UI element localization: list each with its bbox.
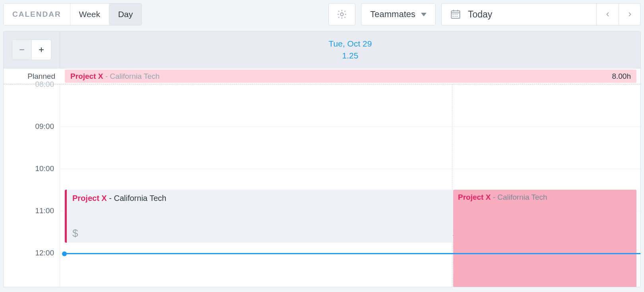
teammates-label: Teammates	[370, 9, 415, 19]
svg-rect-1	[451, 11, 460, 18]
zoom-controls	[4, 31, 60, 68]
today-button[interactable]: Today	[441, 3, 596, 25]
planned-hours: 8.00h	[612, 72, 631, 81]
gear-icon	[336, 9, 347, 20]
planned-bar[interactable]: Project X - California Tech 8.00h	[65, 70, 636, 83]
today-label: Today	[468, 9, 492, 20]
planned-client-name: - California Tech	[105, 72, 160, 80]
view-switcher: CALENDAR Week Day	[3, 3, 142, 25]
calendar-icon	[450, 8, 462, 20]
toolbar: CALENDAR Week Day Teammates	[0, 0, 644, 31]
grid-line	[60, 169, 640, 169]
hour-09: 09:00	[35, 122, 54, 131]
planned-block-client: - California Tech	[493, 193, 547, 201]
column-divider	[452, 84, 452, 287]
hour-gutter: 08:00 09:00 10:00 11:00 12:00	[4, 84, 60, 287]
zoom-out-button[interactable]	[12, 40, 31, 60]
date-label: Tue, Oct 29	[329, 39, 372, 49]
chevron-down-icon	[421, 13, 427, 16]
planned-row: Planned Project X - California Tech 8.00…	[4, 68, 640, 84]
settings-button[interactable]	[328, 3, 355, 25]
entry-project-name: Project X	[72, 194, 107, 202]
next-day-button[interactable]	[619, 3, 641, 25]
tab-day[interactable]: Day	[109, 4, 142, 25]
minus-icon	[18, 46, 26, 54]
planned-block-project: Project X	[458, 193, 491, 201]
chevron-right-icon	[627, 11, 633, 18]
time-entry[interactable]: Project X - California Tech $ 1.25	[65, 190, 473, 243]
prev-day-button[interactable]	[596, 3, 619, 25]
tab-week[interactable]: Week	[70, 4, 109, 25]
calendar-grid[interactable]: Project X - California Tech $ 1.25 Proje…	[60, 84, 640, 287]
billable-icon: $	[72, 227, 78, 239]
date-nav: Today	[441, 3, 641, 25]
calendar-body[interactable]: 08:00 09:00 10:00 11:00 12:00 Project X …	[4, 84, 640, 287]
hour-10: 10:00	[35, 164, 54, 173]
entry-client-name: - California Tech	[109, 194, 166, 202]
calendar: Tue, Oct 29 1.25 Planned Project X - Cal…	[3, 31, 641, 287]
hour-11: 11:00	[35, 206, 54, 215]
plus-icon	[37, 46, 45, 54]
date-total-hours: 1.25	[342, 51, 359, 60]
calendar-label: CALENDAR	[4, 4, 70, 25]
hour-12: 12:00	[35, 249, 54, 257]
current-time-indicator	[64, 253, 640, 254]
svg-point-0	[341, 13, 343, 16]
date-header[interactable]: Tue, Oct 29 1.25	[60, 31, 640, 68]
teammates-dropdown[interactable]: Teammates	[361, 3, 436, 25]
grid-line	[60, 127, 640, 127]
hour-08: 08:00	[35, 80, 54, 89]
planned-event-block[interactable]: Project X - California Tech	[453, 190, 636, 287]
planned-project-name: Project X	[70, 72, 103, 80]
zoom-in-button[interactable]	[32, 40, 51, 60]
chevron-left-icon	[605, 11, 611, 18]
calendar-header: Tue, Oct 29 1.25	[4, 31, 640, 68]
